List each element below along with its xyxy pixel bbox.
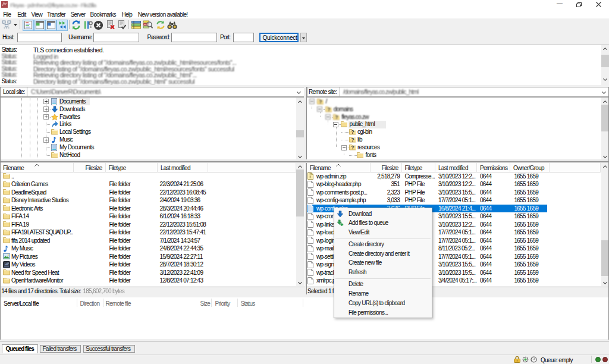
svg-text:?: ? bbox=[319, 99, 322, 105]
svg-text:?: ? bbox=[335, 114, 338, 120]
svg-text:?: ? bbox=[351, 137, 354, 143]
svg-text:?: ? bbox=[351, 145, 354, 150]
svg-text:?: ? bbox=[327, 106, 331, 112]
svg-text:?: ? bbox=[351, 129, 354, 135]
